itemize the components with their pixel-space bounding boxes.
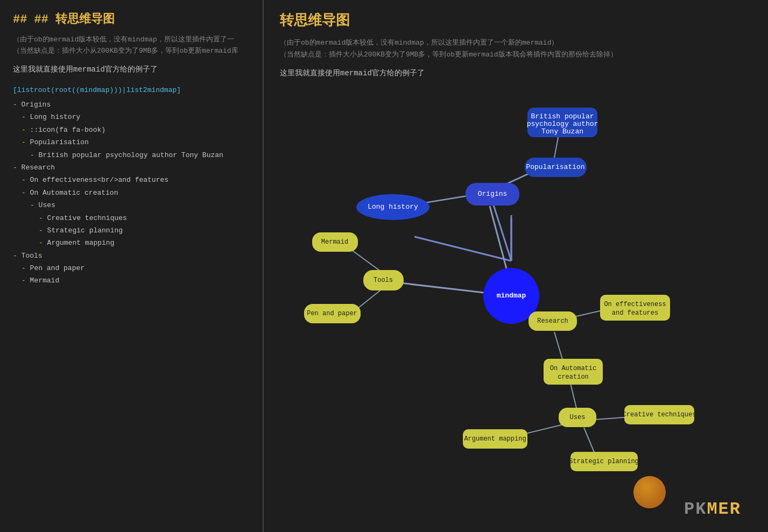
svg-text:Mermaid: Mermaid [321, 238, 348, 246]
svg-text:mindmap: mindmap [497, 292, 526, 300]
left-direct-text: 这里我就直接使用mermaid官方给的例子了 [13, 65, 250, 74]
right-note: （由于ob的mermaid版本较低，没有mindmap，所以这里插件内置了一个新… [280, 37, 752, 61]
mindmap-svg: .edge { stroke: #888; stroke-width: 2.5;… [280, 83, 768, 524]
svg-text:Argument mapping: Argument mapping [464, 435, 526, 443]
code-line: - Uses [13, 199, 250, 211]
svg-line-1 [414, 237, 511, 261]
svg-text:Uses: Uses [570, 414, 586, 421]
svg-text:Popularisation: Popularisation [526, 164, 584, 172]
svg-text:creation: creation [558, 373, 589, 381]
svg-text:Long history: Long history [368, 203, 418, 211]
svg-text:British popular: British popular [531, 113, 594, 121]
left-title: ## ## 转思维导图 [13, 11, 250, 27]
svg-line-4 [396, 282, 498, 294]
svg-text:Research: Research [537, 317, 568, 325]
code-header: [listroot(root((mindmap)))|list2mindmap] [13, 84, 250, 96]
decorative-circle [633, 476, 666, 508]
code-line: - Creative techniques [13, 212, 250, 224]
right-title: 转思维导图 [280, 11, 752, 30]
mindmap-container: .edge { stroke: #888; stroke-width: 2.5;… [280, 83, 752, 524]
code-line: - British popular psychology author Tony… [13, 149, 250, 161]
code-line: - Strategic planning [13, 224, 250, 237]
svg-text:and features: and features [612, 309, 658, 317]
code-line: - On Automatic creation [13, 187, 250, 199]
code-line: - Pen and paper [13, 262, 250, 274]
code-line: - Mermaid [13, 274, 250, 287]
code-line: - On effectiveness<br/>and features [13, 174, 250, 186]
code-line: - Origins [13, 98, 250, 111]
code-block: [listroot(root((mindmap)))|list2mindmap]… [13, 84, 250, 287]
svg-text:Creative techniques: Creative techniques [623, 411, 696, 418]
svg-text:Tony Buzan: Tony Buzan [541, 128, 583, 136]
watermark: PKMER [684, 499, 741, 519]
code-line: - Long history [13, 111, 250, 123]
svg-text:On effectiveness: On effectiveness [604, 301, 666, 308]
code-line: - Argument mapping [13, 237, 250, 249]
svg-text:psychology author: psychology author [527, 120, 598, 129]
right-direct-text: 这里我就直接使用mermaid官方给的例子了 [280, 68, 752, 78]
left-panel: ## ## 转思维导图 （由于ob的mermaid版本较低，没有mindmap，… [0, 0, 264, 532]
code-line: - Popularisation [13, 136, 250, 148]
code-line: - Tools [13, 250, 250, 262]
svg-text:Pen and paper: Pen and paper [307, 310, 357, 317]
svg-text:On Automatic: On Automatic [550, 365, 596, 372]
svg-text:Origins: Origins [478, 190, 508, 198]
left-note: （由于ob的mermaid版本较低，没有mindmap，所以这里插件内置了一 （… [13, 34, 250, 57]
svg-text:Tools: Tools [374, 276, 393, 284]
code-line: - ::icon(fa fa-book) [13, 124, 250, 136]
right-panel: 转思维导图 （由于ob的mermaid版本较低，没有mindmap，所以这里插件… [264, 0, 768, 532]
code-line: - Research [13, 161, 250, 174]
svg-text:Strategic planning: Strategic planning [569, 458, 639, 465]
